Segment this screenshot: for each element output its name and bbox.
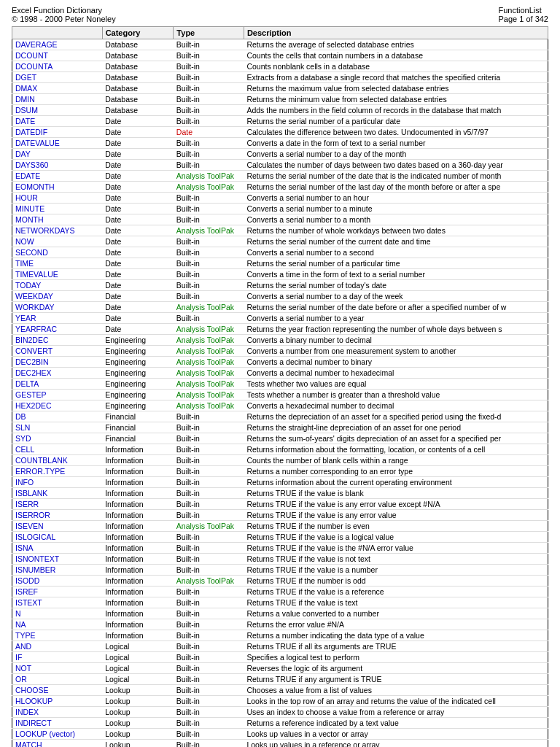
func-name[interactable]: CONVERT <box>15 347 52 355</box>
table-row: SECONDDateBuilt-inConverts a serial numb… <box>12 247 548 258</box>
func-name[interactable]: DATEDIF <box>15 128 47 136</box>
table-row: ORLogicalBuilt-inReturns TRUE if any arg… <box>12 674 548 685</box>
func-name[interactable]: DMAX <box>15 84 37 93</box>
func-name[interactable]: CHOOSE <box>15 686 49 694</box>
func-name[interactable]: YEARFRAC <box>15 325 57 333</box>
func-name[interactable]: SYD <box>15 434 31 443</box>
func-category: Engineering <box>102 335 174 346</box>
func-name[interactable]: ISLOGICAL <box>15 533 55 541</box>
func-name[interactable]: DEC2HEX <box>15 368 52 377</box>
func-type: Built-in <box>174 433 244 444</box>
func-description: Reverses the logic of its argument <box>244 663 548 674</box>
func-name[interactable]: EOMONTH <box>15 182 55 191</box>
func-name[interactable]: SLN <box>15 423 30 432</box>
func-name[interactable]: TYPE <box>15 631 35 640</box>
func-type: Built-in <box>174 280 244 291</box>
func-name[interactable]: WORKDAY <box>15 303 54 311</box>
func-name[interactable]: IF <box>15 653 22 662</box>
func-name[interactable]: DATE <box>15 117 35 125</box>
func-name[interactable]: COUNTBLANK <box>15 456 68 465</box>
func-name[interactable]: YEAR <box>15 314 36 322</box>
func-name[interactable]: DGET <box>15 73 36 82</box>
func-name[interactable]: DATEVALUE <box>15 139 60 147</box>
func-name[interactable]: DAY <box>15 150 31 158</box>
func-type: Built-in <box>174 543 244 554</box>
func-name[interactable]: DEC2BIN <box>15 357 49 366</box>
func-name[interactable]: WEEKDAY <box>15 292 53 301</box>
func-name[interactable]: N <box>15 609 21 618</box>
func-type: Built-in <box>174 269 244 280</box>
func-name[interactable]: HOUR <box>15 193 38 202</box>
func-description: Calculates the number of days between tw… <box>244 160 548 171</box>
func-name[interactable]: NOW <box>15 237 34 246</box>
func-name[interactable]: NA <box>15 620 26 629</box>
func-description: Returns the serial number of a particula… <box>244 116 548 127</box>
func-name[interactable]: MONTH <box>15 215 44 224</box>
func-name[interactable]: INDIRECT <box>15 719 52 727</box>
func-name[interactable]: DCOUNT <box>15 51 48 60</box>
func-name[interactable]: MINUTE <box>15 204 44 213</box>
func-name[interactable]: BIN2DEC <box>15 336 49 344</box>
func-name-cell: HOUR <box>12 193 103 204</box>
func-name[interactable]: OR <box>15 675 27 684</box>
func-name[interactable]: TIMEVALUE <box>15 270 58 279</box>
func-name-cell: AND <box>12 641 103 652</box>
func-name[interactable]: HEX2DEC <box>15 401 52 410</box>
func-name[interactable]: DB <box>15 412 26 421</box>
func-description: Returns TRUE if the number is even <box>244 521 548 532</box>
func-category: Information <box>102 477 174 488</box>
func-category: Database <box>102 105 174 116</box>
table-row: ISREFInformationBuilt-inReturns TRUE if … <box>12 587 548 597</box>
func-name[interactable]: DCOUNTA <box>15 62 52 71</box>
func-name[interactable]: ISODD <box>15 576 39 585</box>
func-name[interactable]: DELTA <box>15 379 39 388</box>
func-name[interactable]: DMIN <box>15 95 35 104</box>
func-name[interactable]: ISERROR <box>15 511 50 519</box>
func-name[interactable]: CELL <box>15 445 34 454</box>
func-description: Converts a number from one measurement s… <box>244 346 548 357</box>
func-name[interactable]: INDEX <box>15 708 39 716</box>
func-type: Built-in <box>174 455 244 466</box>
func-type: Built-in <box>174 291 244 302</box>
func-name[interactable]: ERROR.TYPE <box>15 467 65 476</box>
func-category: Date <box>102 236 174 247</box>
func-name[interactable]: TIME <box>15 259 34 268</box>
func-name-cell: ISREF <box>12 587 103 597</box>
func-name[interactable]: ISNONTEXT <box>15 554 59 563</box>
func-category: Date <box>102 127 174 138</box>
func-name[interactable]: NOT <box>15 664 31 673</box>
func-category: Information <box>102 510 174 521</box>
func-name[interactable]: NETWORKDAYS <box>15 226 74 235</box>
func-name-cell: DMAX <box>12 83 103 94</box>
func-name[interactable]: ISTEXT <box>15 598 42 607</box>
col-header-category: Category <box>102 27 174 39</box>
table-row: ISBLANKInformationBuilt-inReturns TRUE i… <box>12 488 548 499</box>
func-name[interactable]: MATCH <box>15 740 42 747</box>
func-name[interactable]: TODAY <box>15 281 41 290</box>
func-name[interactable]: AND <box>15 642 31 651</box>
func-name[interactable]: DAYS360 <box>15 160 48 169</box>
func-name[interactable]: SECOND <box>15 248 48 257</box>
func-name-cell: SLN <box>12 422 103 433</box>
func-name[interactable]: INFO <box>15 478 34 487</box>
func-category: Engineering <box>102 379 174 390</box>
func-description: Returns the serial number of the date th… <box>244 171 548 182</box>
func-name[interactable]: GESTEP <box>15 390 47 399</box>
func-name[interactable]: ISNUMBER <box>15 565 55 574</box>
main-content: Category Type Description DAVERAGEDataba… <box>0 26 560 747</box>
func-name[interactable]: ISBLANK <box>15 489 47 498</box>
func-name[interactable]: EDATE <box>15 171 40 180</box>
func-name[interactable]: ISEVEN <box>15 522 44 530</box>
func-type: Built-in <box>174 61 244 72</box>
func-type: Analysis ToolPak <box>174 379 244 390</box>
func-name[interactable]: LOOKUP (vector) <box>15 729 75 738</box>
func-name[interactable]: HLOOKUP <box>15 697 52 705</box>
func-name[interactable]: DSUM <box>15 106 38 115</box>
func-name[interactable]: ISREF <box>15 587 38 596</box>
func-name[interactable]: ISNA <box>15 543 34 552</box>
func-category: Financial <box>102 433 174 444</box>
func-name[interactable]: DAVERAGE <box>15 40 58 49</box>
func-description: Returns a number corresponding to an err… <box>244 466 548 477</box>
func-name[interactable]: ISERR <box>15 500 39 508</box>
table-row: DMINDatabaseBuilt-inReturns the minimum … <box>12 94 548 105</box>
